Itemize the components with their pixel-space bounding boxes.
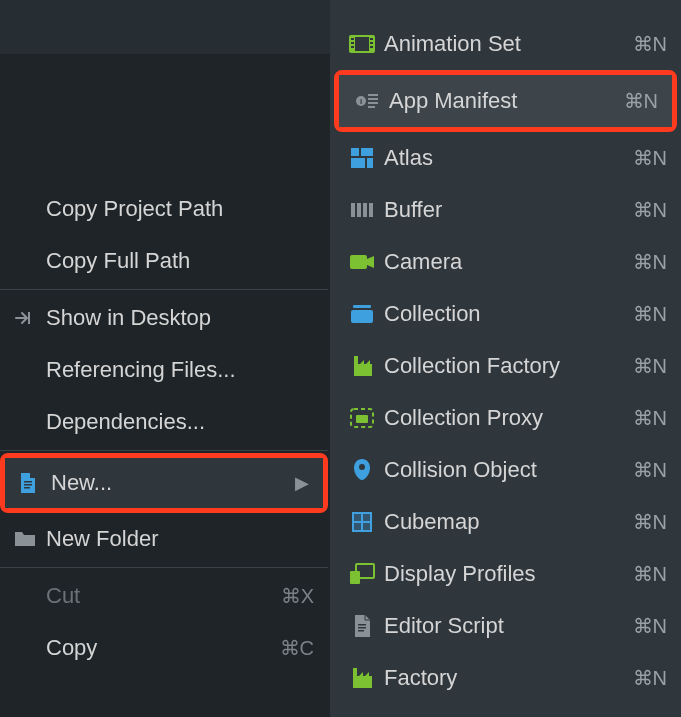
highlight-new: New... ▶	[0, 453, 328, 513]
shortcut: ⌘N	[633, 666, 667, 690]
svg-rect-26	[369, 203, 373, 217]
copy-item[interactable]: Copy ⌘C	[0, 622, 328, 674]
divider	[0, 567, 328, 568]
submenu-label: Collision Object	[380, 457, 633, 483]
submenu-item-cubemap[interactable]: Cubemap⌘N	[330, 496, 681, 548]
collection-factory-icon	[344, 354, 380, 378]
svg-rect-8	[351, 42, 354, 44]
highlight-app-manifest: iApp Manifest⌘N	[334, 70, 677, 132]
shortcut: ⌘N	[633, 250, 667, 274]
menu-label: Show in Desktop	[46, 305, 314, 331]
svg-rect-45	[353, 676, 372, 688]
submenu-label: Atlas	[380, 145, 633, 171]
menu-label: Referencing Files...	[46, 357, 314, 383]
shortcut: ⌘N	[633, 562, 667, 586]
svg-rect-7	[351, 38, 354, 40]
folder-icon	[14, 530, 46, 548]
collection-proxy-icon	[344, 407, 380, 429]
submenu-label: Cubemap	[380, 509, 633, 535]
submenu-label: Factory	[380, 665, 633, 691]
shortcut: ⌘N	[633, 198, 667, 222]
svg-rect-11	[370, 42, 373, 44]
camera-icon	[344, 253, 380, 271]
submenu-label: Display Profiles	[380, 561, 633, 587]
submenu-arrow-icon: ▶	[295, 472, 309, 494]
divider	[0, 450, 328, 451]
shortcut: ⌘N	[633, 354, 667, 378]
submenu-item-collision-object[interactable]: Collision Object⌘N	[330, 444, 681, 496]
svg-rect-18	[368, 106, 375, 108]
svg-rect-10	[370, 38, 373, 40]
submenu-item-display-profiles[interactable]: Display Profiles⌘N	[330, 548, 681, 600]
submenu-item-collection-proxy[interactable]: Collection Proxy⌘N	[330, 392, 681, 444]
submenu-item-buffer[interactable]: Buffer⌘N	[330, 184, 681, 236]
menu-label: Cut	[46, 583, 281, 609]
svg-rect-17	[368, 102, 378, 104]
svg-rect-22	[367, 158, 373, 168]
svg-rect-2	[24, 484, 32, 486]
submenu-label: Collection Factory	[380, 353, 633, 379]
shortcut: ⌘N	[633, 510, 667, 534]
animation-set-icon	[344, 33, 380, 55]
svg-rect-20	[361, 148, 373, 156]
submenu-item-atlas[interactable]: Atlas⌘N	[330, 132, 681, 184]
submenu-item-collection[interactable]: Collection⌘N	[330, 288, 681, 340]
copy-full-path-item[interactable]: Copy Full Path	[0, 235, 328, 287]
svg-rect-40	[350, 571, 360, 584]
svg-rect-12	[370, 46, 373, 48]
submenu-item-collection-factory[interactable]: Collection Factory⌘N	[330, 340, 681, 392]
cut-item: Cut ⌘X	[0, 570, 328, 622]
svg-rect-27	[350, 255, 367, 269]
copy-project-path-item[interactable]: Copy Project Path	[0, 183, 328, 235]
submenu-item-factory[interactable]: Factory⌘N	[330, 652, 681, 704]
show-in-desktop-item[interactable]: Show in Desktop	[0, 292, 328, 344]
new-item[interactable]: New... ▶	[5, 458, 323, 508]
dependencies-item[interactable]: Dependencies...	[0, 396, 328, 448]
submenu-label: Collection Proxy	[380, 405, 633, 431]
svg-rect-28	[353, 305, 371, 308]
submenu-label: Collection	[380, 301, 633, 327]
collection-icon	[344, 304, 380, 324]
svg-text:i: i	[360, 97, 362, 106]
svg-rect-24	[357, 203, 361, 217]
svg-rect-15	[368, 94, 378, 96]
arrow-right-icon	[14, 310, 46, 326]
document-icon	[19, 472, 51, 494]
referencing-files-item[interactable]: Referencing Files...	[0, 344, 328, 396]
svg-rect-19	[351, 148, 359, 156]
collision-object-icon	[344, 458, 380, 482]
submenu-item-animation-set[interactable]: Animation Set⌘N	[330, 18, 681, 70]
new-submenu: Animation Set⌘NiApp Manifest⌘NAtlas⌘NBuf…	[330, 0, 681, 717]
menu-label: Copy Full Path	[46, 248, 314, 274]
app-manifest-icon: i	[349, 90, 385, 112]
cubemap-icon	[344, 510, 380, 534]
submenu-label: Animation Set	[380, 31, 633, 57]
editor-script-icon	[344, 614, 380, 638]
shortcut: ⌘N	[624, 89, 658, 113]
new-folder-item[interactable]: New Folder	[0, 513, 328, 565]
submenu-item-camera[interactable]: Camera⌘N	[330, 236, 681, 288]
menu-label: Dependencies...	[46, 409, 314, 435]
svg-rect-42	[358, 627, 366, 629]
shortcut: ⌘N	[633, 406, 667, 430]
svg-rect-23	[351, 203, 355, 217]
svg-rect-16	[368, 98, 378, 100]
atlas-icon	[344, 147, 380, 169]
menu-label: New...	[51, 470, 295, 496]
factory-icon	[344, 666, 380, 690]
context-menu: Copy Project Path Copy Full Path Show in…	[0, 183, 328, 674]
shortcut: ⌘N	[633, 302, 667, 326]
svg-rect-29	[351, 310, 373, 323]
svg-point-34	[359, 464, 365, 470]
svg-rect-1	[24, 481, 32, 483]
submenu-item-editor-script[interactable]: Editor Script⌘N	[330, 600, 681, 652]
menu-label: Copy Project Path	[46, 196, 314, 222]
submenu-label: Buffer	[380, 197, 633, 223]
svg-rect-33	[356, 415, 368, 423]
menu-label: New Folder	[46, 526, 314, 552]
submenu-item-font[interactable]: AFont⌘N	[330, 704, 681, 717]
svg-rect-41	[358, 624, 366, 626]
svg-rect-3	[24, 487, 30, 489]
submenu-item-app-manifest[interactable]: iApp Manifest⌘N	[339, 75, 672, 127]
submenu-label: Camera	[380, 249, 633, 275]
